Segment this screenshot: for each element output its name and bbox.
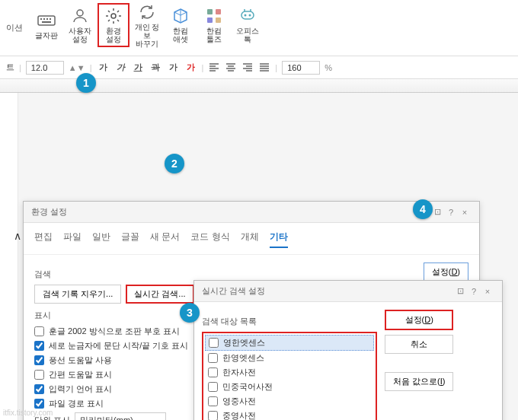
check-label: 훈글 2002 방식으로 조판 부호 표시 (49, 326, 180, 337)
ribbon-item-office-talk[interactable]: 오피스 톡 (232, 3, 264, 47)
apply-button[interactable]: 설정(D) (385, 310, 453, 330)
ribbon-item-keyboard[interactable]: 글자판 (30, 3, 62, 47)
align-justify-icon[interactable] (258, 62, 270, 73)
list-item-check[interactable] (208, 368, 218, 377)
list-item-check[interactable] (208, 396, 218, 406)
chat-icon (238, 7, 257, 25)
svg-rect-9 (216, 9, 221, 14)
svg-point-6 (77, 10, 83, 16)
list-item-label: 한영엣센스 (222, 352, 264, 364)
gear-icon (104, 7, 123, 25)
ribbon-item-tools[interactable]: 한컴 툴즈 (198, 3, 230, 47)
list-item-check[interactable] (208, 353, 218, 363)
tab-font[interactable]: 글꼴 (121, 231, 139, 248)
ribbon-item-privacy[interactable]: 개인 정보 바꾸기 (131, 3, 163, 47)
list-label: 검색 대상 목록 (202, 316, 377, 327)
svg-rect-4 (50, 18, 51, 20)
ribbon-toolbar: 이션 글자판 사용자 설정 환경 설정 개인 정보 바꾸기 한컴 애셋 한컴 툴… (0, 0, 518, 56)
ribbon-label: 개인 정보 바꾸기 (131, 23, 163, 48)
cancel-button[interactable]: 취소 (385, 335, 453, 354)
close-icon[interactable]: × (458, 208, 472, 217)
list-item-label: 영한엣센스 (223, 337, 265, 348)
ribbon-item-preferences[interactable]: 환경 설정 (98, 3, 130, 47)
display-check[interactable] (34, 341, 44, 351)
zoom-stepper[interactable]: % (325, 63, 332, 72)
asset-icon (171, 7, 190, 25)
tab-edit[interactable]: 편집 (34, 231, 53, 248)
help-icon[interactable]: ? (444, 208, 458, 217)
list-item[interactable]: 영한엣센스 (205, 335, 374, 351)
callout-badge-2: 2 (165, 154, 184, 173)
outline-button[interactable]: 가 (167, 62, 180, 73)
ribbon-label: 한컴 툴즈 (206, 27, 222, 43)
align-right-icon[interactable] (241, 62, 254, 73)
svg-point-7 (111, 14, 116, 18)
align-left-icon[interactable] (208, 62, 220, 73)
apply-button[interactable]: 설정(D) (424, 262, 468, 282)
zoom-combo[interactable]: 160 (282, 61, 320, 75)
help-icon[interactable]: ? (467, 287, 481, 296)
italic-button[interactable]: 가 (114, 62, 127, 73)
tab-file[interactable]: 파일 (63, 231, 82, 248)
tab-etc[interactable]: 기타 (270, 231, 288, 248)
unit-combo[interactable]: 밀리미터(mm) (75, 412, 166, 420)
svg-point-13 (245, 14, 247, 17)
check-label: 입력기 언어 표시 (49, 383, 112, 395)
ribbon-label: 글자판 (35, 31, 58, 40)
ribbon-label: 환경 설정 (106, 27, 121, 43)
color-button[interactable]: 가 (184, 62, 197, 73)
ribbon-label: 오피스 톡 (236, 27, 259, 43)
align-center-icon[interactable] (225, 62, 237, 73)
search-target-listbox[interactable]: 영한엣센스한영엣센스한자사전민중국어사전영중사전중영사전한일사전일한사전인명사전… (202, 332, 377, 420)
check-label: 풍선 도움말 사용 (49, 355, 112, 366)
tab-general[interactable]: 일반 (92, 231, 110, 248)
display-check[interactable] (34, 399, 44, 409)
list-item[interactable]: 중영사전 (205, 409, 374, 420)
bold-button[interactable]: 가 (97, 62, 110, 73)
ribbon-label: 한컴 애셋 (173, 27, 188, 43)
tab-row: 편집 파일 일반 글꼴 새 문서 코드 형식 개체 기타 (24, 223, 479, 255)
dialog-titlebar: 환경 설정 ⊡ ? × (24, 202, 479, 223)
list-item[interactable]: 민중국어사전 (205, 380, 374, 394)
list-item[interactable]: 한자사전 (205, 365, 374, 380)
default-button[interactable]: 처음 값으로(I) (385, 372, 453, 391)
dialog-titlebar: 실시간 검색 설정 ⊡ ? × (194, 281, 502, 302)
ribbon-item-user-settings[interactable]: 사용자 설정 (64, 3, 96, 47)
list-item-label: 영중사전 (222, 396, 256, 407)
list-item-check[interactable] (208, 411, 218, 420)
list-item-check[interactable] (209, 338, 219, 348)
display-check[interactable] (34, 326, 44, 336)
ribbon-group-label: 이션 (6, 22, 29, 33)
user-icon (71, 7, 89, 25)
underline-button[interactable]: 가 (132, 62, 145, 73)
check-label: 파일 경로 표시 (49, 398, 104, 409)
format-bar: 트 | 12.0 ▲▼ | 가 가 가 과 가 가 | | 160 % (0, 56, 518, 79)
close-icon[interactable]: × (481, 287, 494, 296)
list-item[interactable]: 한영엣센스 (205, 351, 374, 365)
tools-icon (205, 7, 223, 25)
display-check[interactable] (34, 384, 44, 394)
display-check[interactable] (34, 355, 44, 365)
font-size-stepper[interactable]: ▲▼ (69, 63, 85, 72)
tab-newdoc[interactable]: 새 문서 (150, 231, 180, 248)
list-item-label: 한자사전 (222, 367, 256, 378)
help-icon[interactable]: ⊡ (453, 286, 467, 296)
font-size-combo[interactable]: 12.0 (26, 61, 64, 75)
tab-object[interactable]: 개체 (241, 231, 259, 248)
display-check[interactable] (34, 370, 44, 380)
check-label: 세로 눈금자에 문단 시작/끝 기호 표시 (49, 340, 188, 352)
list-item[interactable]: 영중사전 (205, 394, 374, 409)
keyboard-icon (37, 11, 56, 30)
gutter (0, 93, 18, 420)
dialog-title: 실시간 검색 설정 (202, 285, 265, 297)
dialog-title: 환경 설정 (31, 206, 67, 218)
separator: | (90, 63, 92, 72)
strike-button[interactable]: 과 (149, 62, 162, 73)
ribbon-item-asset[interactable]: 한컴 애셋 (165, 3, 197, 47)
separator: | (275, 63, 277, 72)
tab-code[interactable]: 코드 형식 (190, 231, 229, 248)
realtime-search-button[interactable]: 실시간 검색... (126, 285, 193, 304)
clear-history-button[interactable]: 검색 기록 지우기... (34, 285, 121, 304)
list-item-check[interactable] (208, 382, 218, 392)
ribbon-label: 사용자 설정 (69, 27, 91, 43)
